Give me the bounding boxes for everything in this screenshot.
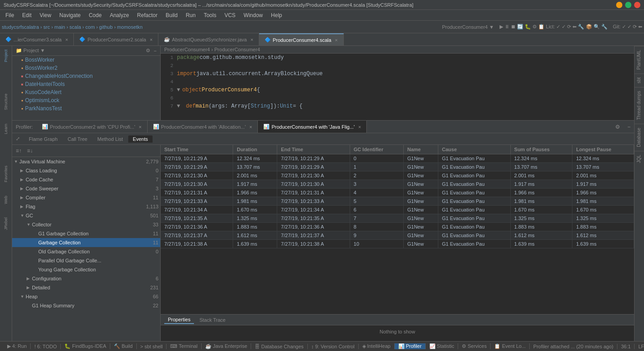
status-position[interactable]: 36:1	[617, 344, 635, 349]
ptree-item-10[interactable]: Old Garbage Collection0	[12, 247, 160, 256]
close-button[interactable]	[634, 2, 640, 8]
properties-tab[interactable]: Properties	[164, 316, 194, 324]
menu-item-edit[interactable]: Edit	[18, 11, 35, 19]
tree-item-2[interactable]: ■ChangeableHostConnection	[12, 72, 160, 80]
status-run[interactable]: ▶ 4: Run	[4, 343, 31, 349]
status-db-changes[interactable]: 🗄 Database Changes	[251, 344, 307, 349]
sidebar-icon-structure[interactable]: Structure	[3, 92, 9, 112]
col-duration[interactable]: Duration	[233, 145, 277, 154]
table-row-6[interactable]: 7/27/19, 10:21:34 A1.670 ms7/27/19, 10:2…	[161, 206, 634, 214]
project-tree-settings[interactable]: ⚙	[146, 48, 150, 54]
col-end-time[interactable]: End Time	[277, 145, 350, 154]
right-tab-jql[interactable]: JQL	[635, 151, 644, 166]
status-terminal[interactable]: ⌨ Terminal	[167, 343, 201, 349]
menu-item-build[interactable]: Build	[162, 11, 181, 19]
menu-item-analyze[interactable]: Analyze	[106, 11, 133, 19]
col-cause[interactable]: Cause	[438, 145, 511, 154]
ptree-item-16[interactable]: G1 Heap Summary22	[12, 301, 160, 310]
profiler-settings-button[interactable]: ⚙	[612, 122, 624, 132]
ptree-item-8[interactable]: G1 Garbage Collection11	[12, 229, 160, 238]
tree-item-1[interactable]: ●BossWorker2	[12, 64, 160, 72]
ptree-item-5[interactable]: ▶Flag1,113	[12, 202, 160, 211]
collapse-all-button[interactable]: ≡↑	[14, 147, 23, 155]
col-name[interactable]: Name	[403, 145, 438, 154]
menu-item-file[interactable]: File	[2, 11, 18, 19]
pv-tab-call[interactable]: Call Tree	[63, 135, 92, 143]
sidebar-icon-jrebel[interactable]: JRebel	[3, 216, 9, 232]
ptree-item-3[interactable]: ▶Code Sweeper3	[12, 184, 160, 193]
stack-trace-tab[interactable]: Stack Trace	[196, 316, 229, 324]
menu-item-navigate[interactable]: Navigate	[56, 11, 84, 19]
ptree-item-14[interactable]: ▶Detailed231	[12, 283, 160, 292]
status-version-control[interactable]: ↕ 9: Version Control	[308, 344, 359, 349]
pv-tab-method[interactable]: Method List	[93, 135, 127, 143]
profiler-tab-3[interactable]: 📊 ProducerConsumer4 with 'Java Flig...' …	[258, 121, 367, 133]
file-tab-1[interactable]: 🔷ProducerConsumer2.scala×	[74, 33, 158, 45]
status-intelliheap[interactable]: ◈ IntelliHeap	[359, 343, 395, 349]
pv-tab-events[interactable]: Events	[128, 135, 153, 143]
file-tab-close-3[interactable]: ×	[335, 37, 338, 43]
file-tab-0[interactable]: 🔷...ierConsumer3.scala×	[0, 33, 74, 45]
ptree-item-15[interactable]: ▼Heap66	[12, 292, 160, 301]
right-tab-thread-dumps[interactable]: Thread dumps	[635, 87, 644, 123]
menu-item-help[interactable]: Help	[267, 11, 286, 19]
tree-item-5[interactable]: ●OptimismLock	[12, 96, 160, 104]
profiler-tab-2-close[interactable]: ×	[249, 124, 252, 130]
sidebar-icon-web[interactable]: Web	[3, 194, 9, 206]
ptree-item-2[interactable]: ▶Code Cache7	[12, 175, 160, 184]
minimize-button[interactable]	[616, 2, 622, 8]
col-sum-pauses[interactable]: Sum of Pauses	[510, 145, 572, 154]
ptree-item-7[interactable]: ▼Collector33	[12, 220, 160, 229]
menu-item-code[interactable]: Code	[85, 11, 105, 19]
tree-item-6[interactable]: ●ParkNanosTest	[12, 104, 160, 112]
status-findbugs[interactable]: 🐛 FindBugs-IDEA	[61, 343, 110, 349]
table-row-4[interactable]: 7/27/19, 10:21:31 A1.966 ms7/27/19, 10:2…	[161, 189, 634, 197]
table-row-10[interactable]: 7/27/19, 10:21:38 A1.639 ms7/27/19, 10:2…	[161, 240, 634, 248]
right-tab-sbt[interactable]: sbt	[635, 73, 644, 87]
status-statistic[interactable]: 📈 Statistic	[426, 343, 459, 349]
status-event-log[interactable]: 📋 Event Lo...	[491, 343, 530, 349]
file-tab-close-1[interactable]: ×	[150, 37, 153, 42]
project-tree-close[interactable]: −	[154, 48, 157, 54]
table-row-2[interactable]: 7/27/19, 10:21:30 A2.001 ms7/27/19, 10:2…	[161, 171, 634, 180]
menu-item-tools[interactable]: Tools	[200, 11, 220, 19]
status-profiler[interactable]: 📊 Profiler	[395, 343, 426, 349]
tree-item-0[interactable]: ●BossWorker	[12, 56, 160, 64]
profiler-tab-2[interactable]: 📊 ProducerConsumer4 with 'Allocation...'…	[148, 121, 258, 133]
table-row-0[interactable]: 7/27/19, 10:21:29 A12.324 ms7/27/19, 10:…	[161, 154, 634, 163]
maximize-button[interactable]	[625, 2, 631, 8]
table-row-8[interactable]: 7/27/19, 10:21:36 A1.883 ms7/27/19, 10:2…	[161, 223, 634, 231]
col-gc-id[interactable]: GC Identifier	[350, 145, 403, 154]
tree-item-3[interactable]: ■DateHanteiTools	[12, 80, 160, 88]
profiler-tab-3-close[interactable]: ×	[358, 124, 361, 130]
menu-item-run[interactable]: Run	[182, 11, 199, 19]
right-tab-database[interactable]: Database	[635, 124, 644, 151]
menu-item-view[interactable]: View	[36, 11, 55, 19]
tree-item-4[interactable]: ●KusoCodeAlert	[12, 88, 160, 96]
menu-item-refactor[interactable]: Refactor	[134, 11, 161, 19]
file-tab-close-0[interactable]: ×	[65, 37, 68, 42]
ptree-item-1[interactable]: ▶Class Loading0	[12, 166, 160, 175]
status-build[interactable]: 🔨 Build	[110, 343, 137, 349]
table-row-3[interactable]: 7/27/19, 10:21:30 A1.917 ms7/27/19, 10:2…	[161, 180, 634, 189]
status-encoding[interactable]: LF UTF-8 2 spaces	[635, 344, 644, 349]
ptree-item-0[interactable]: ▼Java Virtual Machine2,779	[12, 157, 160, 166]
ptree-item-9[interactable]: Garbage Collection11	[12, 238, 160, 247]
sidebar-icon-learn[interactable]: Learn	[3, 122, 9, 136]
col-longest-pause[interactable]: Longest Pause	[572, 145, 634, 154]
profiler-tab-1-close[interactable]: ×	[139, 124, 141, 130]
file-tab-2[interactable]: ☕AbstractQueuedSynchronizer.java×	[158, 33, 259, 45]
file-tab-close-2[interactable]: ×	[250, 37, 253, 42]
menu-item-vcs[interactable]: VCS	[221, 11, 239, 19]
profiler-tab-1[interactable]: 📊 ProducerConsumer2 with 'CPU Profi...' …	[36, 121, 148, 133]
menu-item-window[interactable]: Window	[240, 11, 266, 19]
ptree-item-11[interactable]: Parallel Old Garbage Colle...	[12, 256, 160, 265]
file-tab-3[interactable]: 🔷ProducerConsumer4.scala×	[259, 33, 344, 45]
profiler-expand-icon[interactable]: ⤢	[16, 136, 20, 142]
right-tab-plantuml[interactable]: PlantUML	[635, 46, 644, 73]
ptree-item-4[interactable]: ▶Compiler11	[12, 193, 160, 202]
status-services[interactable]: ⚙ Services	[458, 343, 491, 349]
ptree-item-13[interactable]: ▶Configuration6	[12, 274, 160, 283]
events-table[interactable]: Start Time Duration End Time GC Identifi…	[161, 145, 634, 314]
status-sbt[interactable]: > sbt shell	[137, 344, 167, 349]
